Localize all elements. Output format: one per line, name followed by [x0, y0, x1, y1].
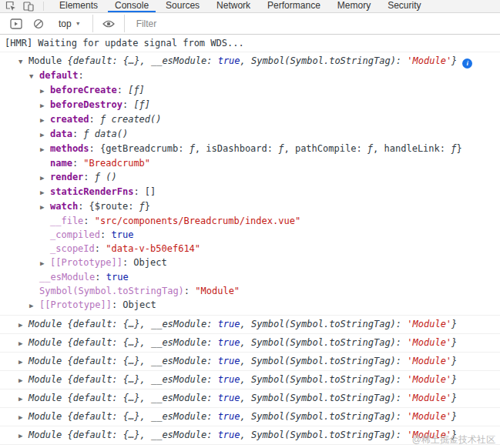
token-it: } [451, 374, 457, 385]
disclosure-triangle-icon[interactable]: ▶ [40, 113, 50, 127]
token-it: } [451, 356, 457, 366]
token-it: } [451, 337, 457, 348]
devtools-tabbar: ElementsConsoleSourcesNetworkPerformance… [0, 0, 500, 13]
disclosure-triangle-icon[interactable]: ▶ [18, 430, 29, 442]
token-key: render [50, 172, 83, 182]
object-tree-row: _scopeId: "data-v-b50ef614" [0, 242, 500, 256]
disclosure-triangle-icon[interactable]: ▶ [40, 128, 50, 142]
tab-sources[interactable]: Sources [157, 0, 208, 12]
token-fn: [ƒ] [133, 99, 150, 110]
disclosure-triangle-icon[interactable]: ▶ [40, 99, 50, 112]
console-output: [HMR] Waiting for update signal from WDS… [0, 35, 500, 448]
token-plain: : {$route: [78, 201, 139, 212]
token-fkey: __esModule [39, 272, 95, 283]
disclosure-triangle-icon[interactable]: ▶ [18, 337, 29, 349]
disclosure-triangle-icon[interactable]: ▶ [18, 411, 29, 423]
disclosure-triangle-icon[interactable]: ▶ [18, 319, 29, 331]
tab-console[interactable]: Console [106, 0, 157, 12]
tab-security[interactable]: Security [379, 0, 429, 12]
info-icon[interactable]: i [462, 59, 472, 69]
token-itr: 'Module' [407, 393, 451, 403]
tab-memory[interactable]: Memory [329, 0, 379, 12]
token-plain: } [456, 143, 461, 154]
token-plain: : [117, 85, 128, 95]
log-text: [HMR] Waiting for update signal from WDS… [0, 35, 500, 52]
chevron-down-icon: ▼ [76, 21, 81, 26]
object-tree-row: ▶beforeDestroy: [ƒ] [0, 98, 500, 112]
disclosure-triangle-icon[interactable]: ▶ [40, 256, 50, 270]
disclosure-triangle-icon[interactable]: ▼ [29, 69, 39, 83]
tab-elements[interactable]: Elements [51, 0, 106, 12]
token-fkey: _compiled [50, 229, 100, 240]
token-it: Module {default: {…}, __esModule: [29, 393, 218, 403]
token-key: default [39, 70, 79, 81]
token-itb: true [218, 393, 240, 403]
context-selector-dropdown[interactable]: top ▼ [59, 18, 81, 29]
token-plain: : [72, 129, 83, 139]
token-itr: 'Module' [407, 337, 451, 348]
inspect-icon[interactable] [5, 1, 16, 12]
token-itr: 'Module' [407, 374, 451, 385]
console-message-collapsed-object: ▶Module {default: {…}, __esModule: true,… [0, 334, 500, 353]
tabbar-icons [0, 0, 39, 12]
disclosure-triangle-icon[interactable]: ▶ [18, 393, 29, 405]
token-it: , Symbol(Symbol.toStringTag): [240, 319, 408, 329]
token-plain: , handleLink: [373, 143, 451, 154]
token-plain: : [95, 272, 106, 283]
token-key: name [50, 158, 72, 169]
token-fkey: _scopeId [50, 243, 95, 254]
token-it: , Symbol(Symbol.toStringTag): [240, 356, 408, 366]
disclosure-triangle-icon[interactable]: ▶ [29, 299, 39, 313]
disclosure-triangle-icon[interactable]: ▶ [40, 171, 50, 185]
token-plain: : [79, 70, 84, 81]
disclosure-triangle-icon[interactable]: ▶ [18, 374, 29, 386]
token-itb: true [218, 337, 240, 348]
object-preview-row: ▶Module {default: {…}, __esModule: true,… [0, 353, 500, 370]
token-it: } [451, 411, 457, 422]
token-fkey: __file [50, 216, 83, 226]
object-tree-row: _compiled: true [0, 228, 500, 242]
token-itr: 'Module' [407, 55, 451, 66]
disclosure-triangle-icon[interactable]: ▶ [40, 186, 50, 199]
token-itb: true [218, 411, 240, 422]
disclosure-triangle-icon[interactable]: ▶ [18, 356, 29, 368]
token-str: "Module" [195, 286, 240, 296]
eye-icon[interactable] [102, 19, 115, 28]
token-bool: true [111, 229, 133, 240]
object-tree-row: ▶watch: {$route: ƒ} [0, 199, 500, 214]
disclosure-triangle-icon[interactable]: ▶ [40, 200, 50, 214]
token-it: Module {default: {…}, __esModule: [29, 411, 218, 422]
token-key: methods [50, 143, 89, 154]
disclosure-triangle-icon[interactable]: ▶ [40, 142, 50, 156]
object-tree-row: ▶staticRenderFns: [] [0, 185, 500, 199]
console-sidebar-icon[interactable] [10, 18, 22, 29]
console-message-collapsed-object: ▶Module {default: {…}, __esModule: true,… [0, 371, 500, 389]
filter-input[interactable] [136, 18, 321, 29]
token-str: "data-v-b50ef614" [106, 243, 200, 254]
token-fkey: [[Prototype]] [39, 299, 112, 310]
object-preview-row: ▶Module {default: {…}, __esModule: true,… [0, 408, 500, 426]
token-key: watch [50, 201, 78, 212]
token-str: "src/components/Breadcrumb/index.vue" [95, 216, 300, 226]
token-itb: true [218, 430, 240, 440]
devtools-panel: ElementsConsoleSourcesNetworkPerformance… [0, 0, 500, 448]
token-fn: ƒ [190, 143, 195, 154]
tab-performance[interactable]: Performance [259, 0, 329, 12]
object-preview-row: ▶Module {default: {…}, __esModule: true,… [0, 316, 500, 333]
token-plain: : [184, 286, 195, 296]
token-key: beforeDestroy [50, 99, 122, 110]
object-preview-row: ▶Module {default: {…}, __esModule: true,… [0, 371, 500, 389]
disclosure-triangle-icon[interactable]: ▼ [18, 55, 29, 69]
watermark: @稀土掘金技术社区 [412, 433, 495, 446]
tab-network[interactable]: Network [208, 0, 259, 12]
device-toolbar-icon[interactable] [23, 1, 34, 12]
disclosure-triangle-icon[interactable]: ▶ [40, 84, 50, 98]
token-it: Module {default: {…}, __esModule: [29, 319, 218, 329]
toolbar-separator [124, 15, 125, 32]
object-tree-row: Symbol(Symbol.toStringTag): "Module" [0, 284, 500, 298]
token-it: , Symbol(Symbol.toStringTag): [240, 393, 408, 403]
object-tree-row: __file: "src/components/Breadcrumb/index… [0, 214, 500, 228]
token-it: , Symbol(Symbol.toStringTag): [240, 411, 408, 422]
clear-console-icon[interactable] [33, 18, 44, 29]
object-tree-row: ▶[[Prototype]]: Object [0, 298, 500, 313]
